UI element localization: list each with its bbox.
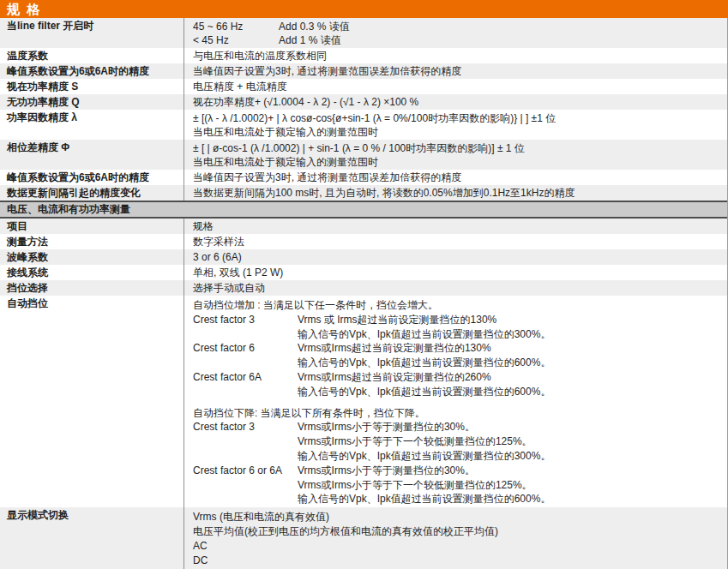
row-label: 接线系统 bbox=[0, 265, 184, 280]
auto-range-condition-line: 输入信号的Vpk、Ipk值超过当前设置测量挡位的300%。 bbox=[193, 327, 722, 342]
spec-row-line-filter: 当line filter 开启时 45 ~ 66 HzAdd 0.3 % 读值 … bbox=[0, 18, 727, 48]
condition-text: Vrms 或 Irms超过当前设定测量挡位的130% bbox=[298, 314, 496, 326]
condition-text: 输入信号的Vpk、Ipk值超过当前设置测量挡位的300%。 bbox=[298, 328, 551, 340]
row-label: 视在功率精度 S bbox=[0, 79, 184, 94]
auto-range-condition-line: 输入信号的Vpk、Ipk值超过当前设置测量挡位的300%。 bbox=[193, 449, 722, 464]
row-label: 项目 bbox=[0, 219, 184, 234]
auto-range-condition-line: Vrms或Irms小于等于下一个较低测量挡位的125%。 bbox=[193, 434, 722, 449]
row-value: Vrms (电压和电流的真有效值) 电压平均值(校正到电压的均方根值和电流的真有… bbox=[184, 507, 727, 569]
row-label: 挡位选择 bbox=[0, 280, 184, 296]
value-line: 45 ~ 66 HzAdd 0.3 % 读值 bbox=[193, 20, 722, 33]
condition-text: 输入信号的Vpk、Ipk值超过当前设置测量挡位的600%。 bbox=[298, 386, 551, 398]
row-value: 45 ~ 66 HzAdd 0.3 % 读值 < 45 HzAdd 1 % 读值 bbox=[184, 18, 727, 48]
auto-range-condition-line: Crest factor 6AVrms或Irms超过当前设定测量挡位的260% bbox=[193, 370, 722, 385]
spec-row-crest-factor-accuracy: 峰值系数设置为6或6A时的精度 当峰值因子设置为3时, 通过将测量范围误差加倍获… bbox=[0, 63, 727, 79]
spec-table: 当line filter 开启时 45 ~ 66 HzAdd 0.3 % 读值 … bbox=[0, 18, 728, 569]
auto-range-condition-line: 输入信号的Vpk、Ipk值超过当前设置测量挡位的600%。 bbox=[193, 356, 722, 370]
row-value: 数字采样法 bbox=[184, 234, 727, 249]
display-mode-option: 电压平均值(校正到电压的均方根值和电流的真有效值的校正平均值) bbox=[193, 524, 722, 539]
condition-line: 当电压和电流处于额定输入的测量范围时 bbox=[193, 155, 722, 169]
row-value: 自动挡位增加 : 当满足以下任一条件时，挡位会增大。 Crest factor … bbox=[184, 296, 727, 507]
section-title: 电压、电流和有功功率测量 bbox=[7, 203, 130, 215]
page-title-bar: 规 格 bbox=[0, 0, 728, 18]
spec-row-range-selection: 挡位选择 选择手动或自动 bbox=[0, 280, 727, 296]
condition-text: Vrms或Irms超过当前设定测量挡位的260% bbox=[298, 371, 491, 383]
row-label: 当line filter 开启时 bbox=[0, 18, 184, 48]
spec-row-crest-factor-accuracy-2: 峰值系数设置为6或6A时的精度 当峰值因子设置为3时, 通过将测量范围误差加倍获… bbox=[0, 170, 727, 185]
row-value: 规格 bbox=[184, 219, 727, 234]
display-mode-option: Vrms (电压和电流的真有效值) bbox=[193, 510, 722, 524]
row-label: 功率因数精度 λ bbox=[0, 110, 184, 140]
row-value: 电压精度 + 电流精度 bbox=[184, 79, 727, 94]
display-mode-option: AC bbox=[193, 539, 722, 554]
spacer bbox=[193, 399, 722, 406]
row-value: 当峰值因子设置为3时, 通过将测量范围误差加倍获得的精度 bbox=[184, 170, 727, 185]
condition-text: Vrms或Irms小于等于测量挡位的30%。 bbox=[298, 464, 475, 476]
crest-factor-label: Crest factor 3 bbox=[193, 313, 298, 327]
condition-text: 输入信号的Vpk、Ipk值超过当前设置测量挡位的300%。 bbox=[298, 450, 551, 462]
auto-range-condition-line: Crest factor 3Vrms 或 Irms超过当前设定测量挡位的130% bbox=[193, 313, 722, 327]
crest-factor-label: Crest factor 6A bbox=[193, 370, 298, 385]
spec-row-phase-difference: 相位差精度 Φ ± [ | ø-cos-1 (λ /1.0002) | + si… bbox=[0, 140, 727, 170]
spec-row-power-factor: 功率因数精度 λ ± [(λ - λ /1.0002)+ | λ cosø-co… bbox=[0, 110, 727, 140]
formula-line: ± [(λ - λ /1.0002)+ | λ cosø-cos{ø+sin-1… bbox=[193, 111, 722, 125]
auto-range-condition-line: 输入信号的Vpk、Ipk值超过当前设置测量挡位的600%。 bbox=[193, 492, 722, 506]
freq-range: 45 ~ 66 Hz bbox=[193, 20, 279, 33]
condition-text: Vrms或Irms小于等于下一个较低测量挡位的125%。 bbox=[298, 479, 532, 491]
row-value: 单相, 双线 (1 P2 W) bbox=[184, 265, 727, 280]
row-value: 当数据更新间隔为100 ms时, 且为自动时, 将读数的0.05%增加到0.1H… bbox=[184, 185, 727, 201]
row-value: 3 or 6 (6A) bbox=[184, 249, 727, 265]
spec-row-reactive-power: 无功功率精度 Q 视在功率精度+ (√1.0004 - λ 2) - (√1 -… bbox=[0, 94, 727, 110]
row-label: 自动挡位 bbox=[0, 296, 184, 507]
crest-factor-label: Crest factor 6 or 6A bbox=[193, 464, 298, 478]
section-header-band: 电压、电流和有功功率测量 bbox=[0, 201, 727, 219]
value-line: < 45 HzAdd 1 % 读值 bbox=[193, 33, 722, 47]
auto-range-condition-line: Crest factor 6Vrms或Irms超过当前设定测量挡位的130% bbox=[193, 341, 722, 356]
row-value: 与电压和电流的温度系数相同 bbox=[184, 48, 727, 63]
crest-factor-label: Crest factor 6 bbox=[193, 341, 298, 356]
spec-row-wiring-system: 接线系统 单相, 双线 (1 P2 W) bbox=[0, 265, 727, 280]
row-label: 无功功率精度 Q bbox=[0, 94, 184, 110]
row-label: 数据更新间隔引起的精度变化 bbox=[0, 185, 184, 201]
spec-sheet-page: 规 格 当line filter 开启时 45 ~ 66 HzAdd 0.3 %… bbox=[0, 0, 728, 569]
row-label: 相位差精度 Φ bbox=[0, 140, 184, 170]
condition-text: Vrms或Irms超过当前设定测量挡位的130% bbox=[298, 342, 491, 354]
condition-line: 当电压和电流处于额定输入的测量范围时 bbox=[193, 125, 722, 139]
auto-range-increase-intro: 自动挡位增加 : 当满足以下任一条件时，挡位会增大。 bbox=[193, 298, 722, 313]
row-label: 峰值系数设置为6或6A时的精度 bbox=[0, 170, 184, 185]
condition-text: Vrms或Irms小于等于测量挡位的30%。 bbox=[298, 421, 475, 433]
spec-row-item: 项目 规格 bbox=[0, 219, 727, 234]
row-value: 视在功率精度+ (√1.0004 - λ 2) - (√1 - λ 2) ×10… bbox=[184, 94, 727, 110]
spec-row-display-mode: 显示模式切换 Vrms (电压和电流的真有效值) 电压平均值(校正到电压的均方根… bbox=[0, 507, 727, 569]
auto-range-condition-line: Crest factor 6 or 6AVrms或Irms小于等于测量挡位的30… bbox=[193, 464, 722, 478]
accuracy-add: Add 1 % 读值 bbox=[279, 34, 341, 46]
crest-factor-label: Crest factor 3 bbox=[193, 420, 298, 434]
row-label: 波峰系数 bbox=[0, 249, 184, 265]
page-title: 规 格 bbox=[7, 2, 41, 16]
condition-text: 输入信号的Vpk、Ipk值超过当前设置测量挡位的600%。 bbox=[298, 493, 551, 505]
row-label: 峰值系数设置为6或6A时的精度 bbox=[0, 63, 184, 79]
spec-row-update-interval: 数据更新间隔引起的精度变化 当数据更新间隔为100 ms时, 且为自动时, 将读… bbox=[0, 185, 727, 201]
condition-text: Vrms或Irms小于等于下一个较低测量挡位的125%。 bbox=[298, 435, 532, 447]
display-mode-option: DC bbox=[193, 554, 722, 568]
condition-text: 输入信号的Vpk、Ipk值超过当前设置测量挡位的600%。 bbox=[298, 356, 551, 368]
auto-range-condition-line: Vrms或Irms小于等于下一个较低测量挡位的125%。 bbox=[193, 478, 722, 493]
row-value: 当峰值因子设置为3时, 通过将测量范围误差加倍获得的精度 bbox=[184, 63, 727, 79]
row-label: 测量方法 bbox=[0, 234, 184, 249]
row-value: ± [ | ø-cos-1 (λ /1.0002) | + sin-1 (λ =… bbox=[184, 140, 727, 170]
spec-row-measurement-method: 测量方法 数字采样法 bbox=[0, 234, 727, 249]
formula-line: ± [ | ø-cos-1 (λ /1.0002) | + sin-1 (λ =… bbox=[193, 141, 722, 155]
spec-row-auto-range: 自动挡位 自动挡位增加 : 当满足以下任一条件时，挡位会增大。 Crest fa… bbox=[0, 296, 727, 507]
accuracy-add: Add 0.3 % 读值 bbox=[279, 21, 350, 33]
row-value: ± [(λ - λ /1.0002)+ | λ cosø-cos{ø+sin-1… bbox=[184, 110, 727, 140]
auto-range-condition-line: Crest factor 3Vrms或Irms小于等于测量挡位的30%。 bbox=[193, 420, 722, 434]
auto-range-condition-line: 输入信号的Vpk、Ipk值超过当前设置测量挡位的600%。 bbox=[193, 385, 722, 399]
row-value: 选择手动或自动 bbox=[184, 280, 727, 296]
auto-range-decrease-intro: 自动挡位下降: 当满足以下所有条件时，挡位下降。 bbox=[193, 406, 722, 421]
row-label: 温度系数 bbox=[0, 48, 184, 63]
spec-row-crest-factor: 波峰系数 3 or 6 (6A) bbox=[0, 249, 727, 265]
spec-row-temp-coefficient: 温度系数 与电压和电流的温度系数相同 bbox=[0, 48, 727, 63]
row-label: 显示模式切换 bbox=[0, 507, 184, 569]
freq-range: < 45 Hz bbox=[193, 33, 279, 47]
spec-row-apparent-power: 视在功率精度 S 电压精度 + 电流精度 bbox=[0, 79, 727, 94]
